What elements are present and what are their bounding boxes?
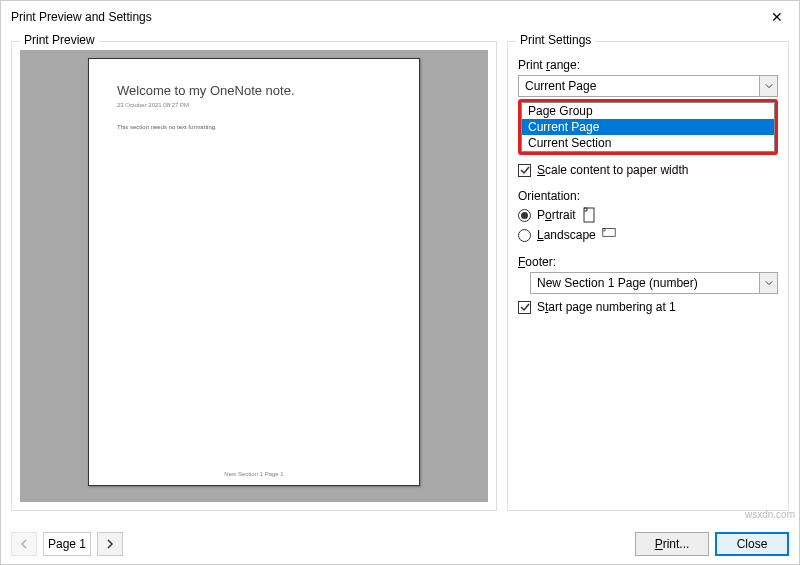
svg-rect-0 [584, 208, 594, 222]
landscape-label: Landscape [537, 228, 596, 242]
svg-rect-1 [603, 229, 615, 237]
prev-page-button[interactable] [11, 532, 37, 556]
bottom-bar: Print... Close [1, 524, 799, 564]
arrow-right-icon [105, 539, 115, 549]
footer-label: Footer: [518, 255, 778, 269]
settings-content: Print range: Current Page Page Group Cur… [516, 50, 780, 330]
print-range-option-page-group[interactable]: Page Group [522, 103, 774, 119]
print-settings-label: Print Settings [516, 33, 595, 47]
preview-page-body: This section needs no text formatting. [117, 124, 391, 130]
landscape-radio[interactable] [518, 229, 531, 242]
print-range-listbox[interactable]: Page Group Current Page Current Section [521, 102, 775, 152]
chevron-down-icon[interactable] [760, 75, 778, 97]
print-range-select[interactable]: Current Page [518, 75, 778, 97]
portrait-icon [582, 207, 596, 223]
print-preview-group: Print Preview Welcome to my OneNote note… [11, 41, 497, 511]
portrait-radio[interactable] [518, 209, 531, 222]
footer-value: New Section 1 Page (number) [530, 272, 760, 294]
orientation-portrait-row[interactable]: Portrait [518, 207, 778, 223]
dialog-title: Print Preview and Settings [11, 10, 789, 24]
start-numbering-checkbox[interactable] [518, 301, 531, 314]
close-icon[interactable]: ✕ [757, 2, 797, 32]
scale-content-row[interactable]: Scale content to paper width [518, 163, 778, 177]
print-range-option-current-page[interactable]: Current Page [522, 119, 774, 135]
dialog-window: Print Preview and Settings ✕ Print Previ… [0, 0, 800, 565]
portrait-label: Portrait [537, 208, 576, 222]
scale-label: Scale content to paper width [537, 163, 688, 177]
watermark: wsxdn.com [745, 509, 795, 520]
preview-area: Welcome to my OneNote note. 23 October 2… [20, 50, 488, 502]
print-button[interactable]: Print... [635, 532, 709, 556]
preview-page-footer: New Section 1 Page 1 [89, 471, 419, 477]
preview-page-meta: 23 October 2021 08:27 PM [117, 102, 391, 108]
footer-select[interactable]: New Section 1 Page (number) [530, 272, 778, 294]
print-settings-group: Print Settings Print range: Current Page… [507, 41, 789, 511]
print-range-value: Current Page [518, 75, 760, 97]
chevron-down-icon[interactable] [760, 272, 778, 294]
orientation-landscape-row[interactable]: Landscape [518, 227, 778, 243]
arrow-left-icon [19, 539, 29, 549]
dialog-body: Print Preview Welcome to my OneNote note… [1, 33, 799, 524]
page-indicator-input[interactable] [43, 532, 91, 556]
print-range-dropdown: Page Group Current Page Current Section [518, 99, 778, 155]
landscape-icon [602, 227, 616, 243]
preview-page-title: Welcome to my OneNote note. [117, 83, 391, 98]
titlebar: Print Preview and Settings ✕ [1, 1, 799, 33]
next-page-button[interactable] [97, 532, 123, 556]
close-button[interactable]: Close [715, 532, 789, 556]
preview-page: Welcome to my OneNote note. 23 October 2… [88, 58, 420, 486]
print-preview-label: Print Preview [20, 33, 99, 47]
print-range-label: Print range: [518, 58, 778, 72]
scale-checkbox[interactable] [518, 164, 531, 177]
start-numbering-label: Start page numbering at 1 [537, 300, 676, 314]
start-numbering-row[interactable]: Start page numbering at 1 [518, 300, 778, 314]
print-range-option-current-section[interactable]: Current Section [522, 135, 774, 151]
orientation-label: Orientation: [518, 189, 778, 203]
